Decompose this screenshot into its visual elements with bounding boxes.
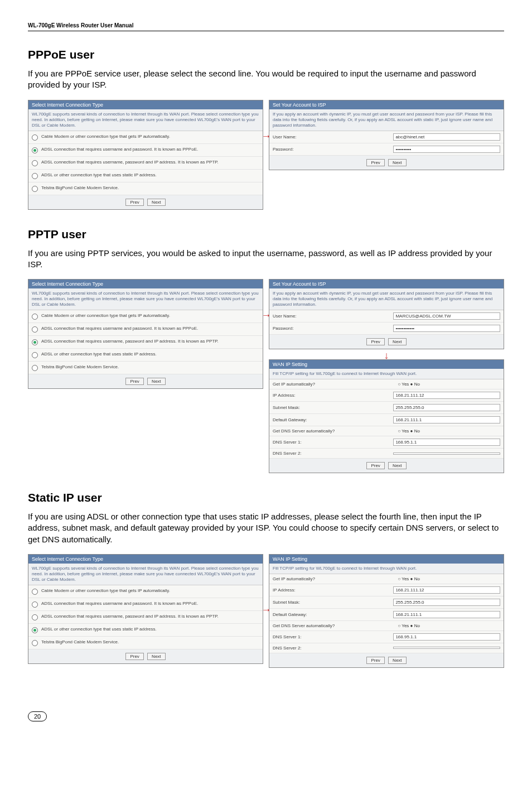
arrow-down-icon: ↓	[269, 353, 504, 358]
field-label: Get DNS Server automatically?	[273, 623, 398, 628]
field-label: Password:	[273, 326, 393, 331]
next-button[interactable]: Next	[388, 657, 406, 664]
radio-icon[interactable]	[32, 147, 38, 153]
radio-label: Cable Modem or other connection type tha…	[41, 313, 170, 318]
field-label: Subnet Mask:	[273, 405, 393, 410]
field-label: Password:	[273, 147, 393, 152]
screenshot-select-conn-type: Select Internet Connection Type WL700gE …	[28, 554, 263, 664]
panel-intro: WL700gE supports several kinds of connec…	[28, 288, 263, 310]
panel-title: Select Internet Connection Type	[28, 100, 263, 109]
prev-button[interactable]: Prev	[366, 159, 384, 166]
mask-input[interactable]: 255.255.255.0	[393, 599, 500, 606]
radio-icon[interactable]	[32, 326, 38, 333]
radio-icon[interactable]	[32, 627, 38, 633]
section-desc-static: If you are using ADSL or other connectio…	[28, 511, 504, 545]
panel-intro: WL700gE supports several kinds of connec…	[28, 564, 263, 585]
radio-label: ADSL connection that requires username a…	[41, 601, 198, 606]
field-label: Get IP automatically?	[273, 576, 398, 581]
mask-input[interactable]: 255.255.255.0	[393, 404, 500, 411]
panel-title: Set Your Account to ISP	[269, 280, 504, 288]
arrow-icon: →	[261, 604, 271, 616]
password-input[interactable]: ••••••••••••	[393, 325, 500, 332]
radio-icon[interactable]	[32, 186, 38, 192]
radio-label: ADSL or other connection type that uses …	[41, 352, 157, 357]
radio-label: Telstra BigPond Cable Modem Service.	[41, 364, 119, 369]
next-button[interactable]: Next	[147, 378, 165, 385]
yesno-radio[interactable]: ○ Yes ● No	[398, 382, 500, 387]
screenshot-wan-ip: WAN IP Setting Fill TCP/IP setting for W…	[269, 554, 504, 668]
panel-intro: If you apply an account with dynamic IP,…	[269, 288, 504, 310]
radio-label: Cable Modem or other connection type tha…	[41, 588, 170, 593]
radio-label: ADSL connection that requires username, …	[41, 160, 219, 165]
screenshot-wan-ip: WAN IP Setting Fill TCP/IP setting for W…	[269, 359, 504, 473]
ip-input[interactable]: 168.21.111.12	[393, 586, 500, 594]
section-desc-pptp: If you are using PPTP services, you woul…	[28, 248, 504, 271]
radio-icon[interactable]	[32, 352, 38, 358]
field-label: DNS Server 2:	[273, 646, 393, 651]
dns2-input[interactable]	[393, 453, 500, 455]
yesno-radio[interactable]: ○ Yes ● No	[398, 576, 500, 581]
prev-button[interactable]: Prev	[366, 462, 384, 469]
radio-label: ADSL connection that requires username, …	[41, 614, 219, 619]
yesno-radio[interactable]: ○ Yes ● No	[398, 429, 500, 434]
gateway-input[interactable]: 168.21.111.1	[393, 416, 500, 423]
username-input[interactable]: abc@hinet.net	[393, 133, 500, 141]
field-label: User Name:	[273, 134, 393, 139]
field-label: Subnet Mask:	[273, 600, 393, 605]
prev-button[interactable]: Prev	[366, 657, 384, 664]
panel-intro: Fill TCP/IP setting for WL700gE to conne…	[269, 369, 504, 379]
dns1-input[interactable]: 168.95.1.1	[393, 633, 500, 641]
page-number: 20	[28, 711, 47, 721]
next-button[interactable]: Next	[147, 199, 165, 206]
field-label: DNS Server 2:	[273, 451, 393, 456]
screenshot-select-conn-type: Select Internet Connection Type WL700gE …	[28, 100, 263, 210]
screenshot-select-conn-type: Select Internet Connection Type WL700gE …	[28, 279, 263, 389]
radio-icon[interactable]	[32, 640, 38, 646]
field-label: DNS Server 1:	[273, 440, 393, 445]
screenshot-set-account: Set Your Account to ISP If you apply an …	[269, 100, 504, 170]
radio-label: Cable Modem or other connection type tha…	[41, 134, 170, 139]
radio-icon[interactable]	[32, 173, 38, 179]
dns2-input[interactable]	[393, 647, 500, 649]
panel-title: WAN IP Setting	[269, 555, 504, 564]
radio-label: ADSL or other connection type that uses …	[41, 627, 157, 632]
prev-button[interactable]: Prev	[125, 378, 143, 385]
gateway-input[interactable]: 168.21.111.1	[393, 611, 500, 618]
next-button[interactable]: Next	[388, 462, 406, 469]
next-button[interactable]: Next	[388, 159, 406, 166]
panel-title: Select Internet Connection Type	[28, 280, 263, 288]
panel-intro: Fill TCP/IP setting for WL700gE to conne…	[269, 564, 504, 574]
doc-header: WL-700gE Wireless Router User Manual	[28, 22, 504, 31]
section-title-pppoe: PPPoE user	[28, 48, 504, 61]
username-input[interactable]: MARCUS@ADSL.COM.TW	[393, 312, 500, 320]
radio-label: ADSL connection that requires username a…	[41, 326, 198, 331]
radio-label: ADSL or other connection type that uses …	[41, 172, 157, 177]
password-input[interactable]: ••••••••••	[393, 146, 500, 153]
next-button[interactable]: Next	[147, 653, 165, 660]
field-label: IP Address:	[273, 393, 393, 398]
radio-icon[interactable]	[32, 314, 38, 320]
radio-icon[interactable]	[32, 339, 38, 345]
radio-label: ADSL connection that requires username a…	[41, 147, 198, 152]
arrow-icon: →	[261, 310, 271, 321]
radio-icon[interactable]	[32, 160, 38, 166]
radio-icon[interactable]	[32, 589, 38, 595]
radio-icon[interactable]	[32, 601, 38, 608]
panel-title: WAN IP Setting	[269, 360, 504, 369]
radio-icon[interactable]	[32, 134, 38, 141]
prev-button[interactable]: Prev	[125, 199, 143, 206]
prev-button[interactable]: Prev	[366, 338, 384, 345]
radio-label: Telstra BigPond Cable Modem Service.	[41, 185, 119, 190]
panel-intro: If you apply an account with dynamic IP,…	[269, 109, 504, 131]
prev-button[interactable]: Prev	[125, 653, 143, 660]
ip-input[interactable]: 168.21.111.12	[393, 392, 500, 399]
field-label: Default Gateway:	[273, 417, 393, 422]
radio-icon[interactable]	[32, 365, 38, 371]
radio-label: Telstra BigPond Cable Modem Service.	[41, 639, 119, 644]
section-desc-pppoe: If you are PPPoE service user, please se…	[28, 68, 504, 91]
screenshot-set-account: Set Your Account to ISP If you apply an …	[269, 279, 504, 349]
dns1-input[interactable]: 168.95.1.1	[393, 439, 500, 446]
yesno-radio[interactable]: ○ Yes ● No	[398, 623, 500, 628]
radio-icon[interactable]	[32, 614, 38, 620]
next-button[interactable]: Next	[388, 338, 406, 345]
